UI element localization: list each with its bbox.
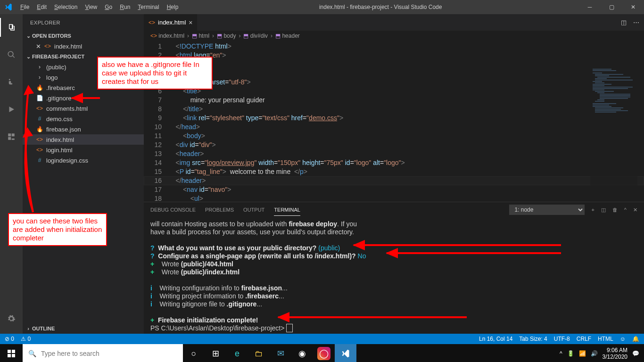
tray-expand-icon[interactable]: ^	[560, 350, 562, 357]
search-icon[interactable]	[0, 45, 23, 64]
action-center-icon[interactable]: 💬	[632, 350, 639, 357]
breadcrumb-item[interactable]: ⬒ header	[275, 33, 300, 39]
search-icon: 🔍	[28, 350, 36, 357]
panel-tabs: DEBUG CONSOLE PROBLEMS OUTPUT TERMINAL 1…	[144, 202, 644, 217]
svg-rect-17	[600, 94, 630, 95]
settings-gear-icon[interactable]	[0, 309, 23, 328]
status-tabsize[interactable]: Tab Size: 4	[519, 336, 547, 342]
svg-rect-32	[8, 354, 11, 357]
task-view-icon[interactable]: ⊞	[205, 344, 226, 362]
menu-terminal[interactable]: Terminal	[134, 0, 163, 14]
new-terminal-icon[interactable]: +	[591, 204, 594, 215]
split-terminal-icon[interactable]: ◫	[601, 204, 606, 216]
panel: DEBUG CONSOLE PROBLEMS OUTPUT TERMINAL 1…	[144, 202, 644, 334]
panel-tab-debug-console[interactable]: DEBUG CONSOLE	[150, 204, 196, 215]
status-language[interactable]: HTML	[598, 336, 613, 342]
breadcrumb-item[interactable]: ⬒ div#div	[243, 33, 268, 39]
cortana-icon[interactable]: ○	[183, 344, 205, 362]
file-tree-item[interactable]: <>comments.html	[23, 103, 144, 114]
terminal-selector[interactable]: 1: node	[509, 205, 585, 215]
annotation-arrow	[354, 243, 561, 247]
breadcrumb-item[interactable]: ⬒ html	[192, 33, 209, 39]
svg-rect-1	[593, 70, 616, 71]
panel-tab-problems[interactable]: PROBLEMS	[205, 204, 234, 215]
breadcrumbs[interactable]: <> index.html›⬒ html›⬒ body›⬒ div#div›⬒ …	[144, 31, 644, 41]
clock[interactable]: 9:06 AM3/12/2020	[603, 347, 627, 360]
window-title: index.html - firebase-project - Visual S…	[182, 4, 579, 10]
mail-icon[interactable]: ✉	[270, 344, 291, 362]
panel-tab-output[interactable]: OUTPUT	[243, 204, 264, 215]
menu-go[interactable]: Go	[101, 0, 116, 14]
system-tray: ^ 🔋 📶 🔊 9:06 AM3/12/2020 💬	[555, 347, 644, 360]
menu-file[interactable]: File	[17, 0, 33, 14]
close-button[interactable]: ✕	[622, 0, 644, 14]
close-tab-icon[interactable]: ×	[189, 19, 192, 26]
source-control-icon[interactable]	[0, 73, 23, 91]
file-name: .firebaserc	[46, 84, 75, 91]
wifi-icon[interactable]: 📶	[579, 350, 586, 357]
vscode-taskbar-icon[interactable]	[335, 344, 356, 362]
annotation-box-2: you can see these two files are added wh…	[8, 213, 107, 246]
file-tree-item[interactable]: <>index.html	[23, 134, 144, 145]
file-name: index.html	[46, 136, 74, 143]
svg-rect-33	[12, 354, 15, 357]
svg-rect-0	[593, 69, 611, 70]
file-name: (public)	[46, 64, 66, 71]
code-editor[interactable]: 123456789101112131415161718 <!DOCTYPE ht…	[144, 41, 644, 202]
menu-view[interactable]: View	[81, 0, 101, 14]
menu-edit[interactable]: Edit	[33, 0, 50, 14]
more-actions-icon[interactable]: ⋯	[633, 19, 639, 26]
explorer-icon[interactable]	[0, 18, 23, 37]
svg-rect-7	[595, 80, 633, 81]
annotation-arrow	[387, 251, 561, 255]
svg-rect-4	[595, 75, 609, 76]
editor-tab[interactable]: <> index.html ×	[144, 14, 198, 31]
edge-icon[interactable]: e	[226, 344, 248, 362]
maximize-panel-icon[interactable]: ^	[624, 204, 627, 215]
file-explorer-icon[interactable]: 🗀	[248, 344, 270, 362]
html-file-icon: <>	[44, 42, 51, 50]
svg-rect-9	[595, 82, 604, 83]
status-warnings[interactable]: ⚠ 0	[21, 336, 31, 342]
vscode-logo-icon	[0, 3, 17, 11]
menu-run[interactable]: Run	[116, 0, 134, 14]
run-debug-icon[interactable]	[0, 100, 23, 119]
menu-help[interactable]: Help	[163, 0, 182, 14]
close-icon[interactable]: ✕	[36, 43, 41, 50]
volume-icon[interactable]: 🔊	[591, 350, 598, 357]
battery-icon[interactable]: 🔋	[567, 350, 574, 357]
taskbar-search[interactable]: 🔍 Type here to search	[23, 344, 183, 362]
status-eol[interactable]: CRLF	[577, 336, 591, 342]
kill-terminal-icon[interactable]: 🗑	[612, 204, 618, 215]
status-errors[interactable]: ⊘ 0	[5, 336, 14, 342]
breadcrumb-item[interactable]: <> index.html	[150, 33, 184, 39]
file-tree-item[interactable]: #demo.css	[23, 114, 144, 124]
minimize-button[interactable]: ─	[579, 0, 601, 14]
feedback-icon[interactable]: ☺	[620, 336, 626, 342]
breadcrumb-item[interactable]: ⬒ body	[217, 33, 236, 39]
instagram-icon[interactable]: ◯	[317, 347, 330, 360]
open-editors-section[interactable]: ⌄OPEN EDITORS	[23, 31, 144, 41]
status-cursor[interactable]: Ln 16, Col 14	[479, 336, 512, 342]
outline-section[interactable]: ›OUTLINE	[23, 323, 144, 334]
start-button[interactable]	[0, 344, 23, 362]
chrome-icon[interactable]: ◉	[291, 344, 313, 362]
minimap[interactable]	[590, 68, 637, 202]
extensions-icon[interactable]	[0, 127, 23, 146]
file-tree-item[interactable]: 🔥firebase.json	[23, 124, 144, 134]
file-name: logo	[46, 74, 58, 81]
panel-tab-terminal[interactable]: TERMINAL	[274, 204, 300, 216]
file-tree-item[interactable]: <>login.html	[23, 145, 144, 155]
open-editor-item[interactable]: ✕ <> index.html	[23, 41, 144, 51]
notifications-icon[interactable]: 🔔	[632, 336, 639, 342]
close-panel-icon[interactable]: ✕	[633, 204, 637, 216]
status-encoding[interactable]: UTF-8	[554, 336, 570, 342]
split-editor-icon[interactable]: ◫	[621, 19, 627, 26]
maximize-button[interactable]: ▢	[601, 0, 622, 14]
svg-rect-10	[593, 84, 611, 85]
editor-actions: ◫ ⋯	[616, 14, 644, 31]
file-tree-item[interactable]: #logindesign.css	[23, 155, 144, 165]
sidebar-title: EXPLORER	[23, 14, 144, 31]
menu-selection[interactable]: Selection	[50, 0, 81, 14]
svg-rect-31	[12, 350, 15, 353]
